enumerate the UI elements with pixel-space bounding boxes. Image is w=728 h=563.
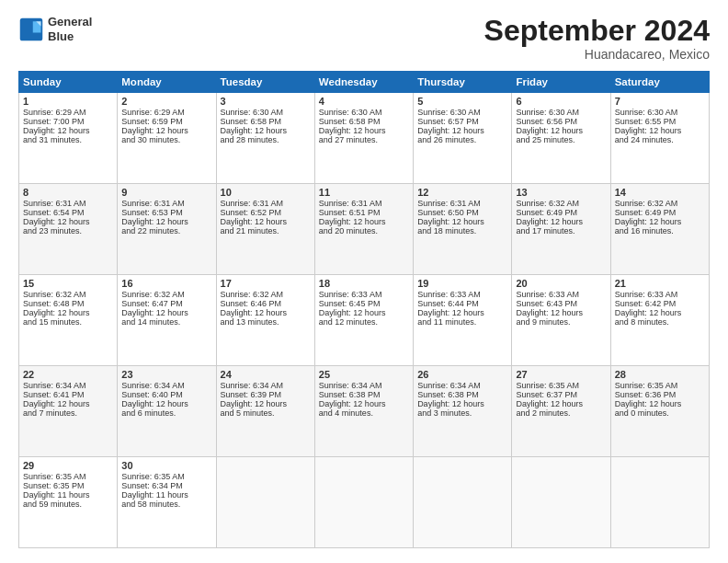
day-info: Sunrise: 6:29 AM bbox=[23, 108, 113, 117]
day-info: and 30 minutes. bbox=[121, 135, 211, 144]
calendar-cell: 18Sunrise: 6:33 AMSunset: 6:45 PMDayligh… bbox=[314, 275, 413, 366]
day-info: and 7 minutes. bbox=[23, 408, 113, 418]
day-info: Sunrise: 6:34 AM bbox=[23, 381, 113, 390]
day-info: Sunset: 6:52 PM bbox=[221, 208, 311, 217]
day-number: 10 bbox=[221, 187, 311, 198]
day-info: Daylight: 12 hours bbox=[417, 308, 507, 317]
day-info: Sunset: 6:49 PM bbox=[516, 208, 606, 217]
day-info: Sunset: 6:38 PM bbox=[319, 390, 409, 399]
day-info: Daylight: 12 hours bbox=[319, 308, 409, 317]
day-info: Daylight: 12 hours bbox=[121, 217, 211, 226]
day-number: 17 bbox=[221, 278, 311, 289]
day-number: 18 bbox=[319, 278, 409, 289]
day-info: Sunset: 6:36 PM bbox=[615, 390, 705, 399]
day-info: Daylight: 12 hours bbox=[615, 399, 705, 408]
calendar-cell bbox=[610, 457, 709, 548]
day-number: 28 bbox=[615, 369, 705, 380]
day-info: and 20 minutes. bbox=[319, 226, 409, 236]
day-info: Sunset: 6:46 PM bbox=[221, 299, 311, 308]
day-info: Sunrise: 6:30 AM bbox=[221, 108, 311, 117]
day-info: Sunrise: 6:35 AM bbox=[23, 472, 113, 481]
calendar-cell bbox=[314, 457, 413, 548]
day-info: and 25 minutes. bbox=[516, 135, 606, 144]
day-info: Sunset: 6:57 PM bbox=[417, 117, 507, 126]
calendar-cell: 20Sunrise: 6:33 AMSunset: 6:43 PMDayligh… bbox=[512, 275, 610, 366]
day-number: 13 bbox=[516, 187, 606, 198]
day-number: 8 bbox=[23, 187, 113, 198]
day-info: Daylight: 12 hours bbox=[516, 308, 606, 317]
day-info: Sunset: 6:47 PM bbox=[121, 299, 211, 308]
col-header-tuesday: Tuesday bbox=[216, 72, 314, 93]
day-info: and 28 minutes. bbox=[221, 135, 311, 144]
day-number: 29 bbox=[23, 460, 113, 471]
day-number: 12 bbox=[417, 187, 507, 198]
day-number: 22 bbox=[23, 369, 113, 380]
day-number: 27 bbox=[516, 369, 606, 380]
day-info: Sunrise: 6:34 AM bbox=[121, 381, 211, 390]
day-info: and 26 minutes. bbox=[417, 135, 507, 144]
day-info: Daylight: 12 hours bbox=[516, 126, 606, 135]
calendar-cell: 28Sunrise: 6:35 AMSunset: 6:36 PMDayligh… bbox=[610, 366, 709, 457]
day-info: Sunrise: 6:31 AM bbox=[221, 199, 311, 208]
col-header-monday: Monday bbox=[118, 72, 216, 93]
day-info: Sunset: 6:49 PM bbox=[615, 208, 705, 217]
col-header-wednesday: Wednesday bbox=[314, 72, 413, 93]
day-info: Sunset: 6:56 PM bbox=[516, 117, 606, 126]
day-info: Daylight: 12 hours bbox=[23, 217, 113, 226]
day-info: Daylight: 12 hours bbox=[221, 399, 311, 408]
day-info: Sunrise: 6:31 AM bbox=[23, 199, 113, 208]
day-info: Sunrise: 6:35 AM bbox=[516, 381, 606, 390]
day-info: and 24 minutes. bbox=[615, 135, 705, 144]
day-info: Daylight: 12 hours bbox=[516, 399, 606, 408]
day-info: Sunset: 6:41 PM bbox=[23, 390, 113, 399]
day-info: Sunrise: 6:31 AM bbox=[417, 199, 507, 208]
day-number: 14 bbox=[615, 187, 705, 198]
calendar-cell: 22Sunrise: 6:34 AMSunset: 6:41 PMDayligh… bbox=[19, 366, 118, 457]
calendar-cell: 26Sunrise: 6:34 AMSunset: 6:38 PMDayligh… bbox=[414, 366, 512, 457]
calendar-cell: 14Sunrise: 6:32 AMSunset: 6:49 PMDayligh… bbox=[610, 184, 709, 275]
calendar-cell: 3Sunrise: 6:30 AMSunset: 6:58 PMDaylight… bbox=[216, 93, 314, 184]
day-info: and 2 minutes. bbox=[516, 408, 606, 418]
col-header-sunday: Sunday bbox=[19, 72, 118, 93]
day-info: Sunrise: 6:30 AM bbox=[615, 108, 705, 117]
day-info: and 3 minutes. bbox=[417, 408, 507, 418]
day-info: Sunset: 6:55 PM bbox=[615, 117, 705, 126]
day-number: 23 bbox=[121, 369, 211, 380]
day-info: and 8 minutes. bbox=[615, 317, 705, 327]
calendar-cell bbox=[512, 457, 610, 548]
day-number: 15 bbox=[23, 278, 113, 289]
day-info: and 18 minutes. bbox=[417, 226, 507, 236]
day-number: 3 bbox=[221, 96, 311, 107]
day-number: 1 bbox=[23, 96, 113, 107]
day-info: Daylight: 12 hours bbox=[121, 308, 211, 317]
col-header-friday: Friday bbox=[512, 72, 610, 93]
day-info: Sunrise: 6:35 AM bbox=[615, 381, 705, 390]
logo-icon bbox=[18, 17, 44, 42]
calendar-cell: 6Sunrise: 6:30 AMSunset: 6:56 PMDaylight… bbox=[512, 93, 610, 184]
day-number: 5 bbox=[417, 96, 507, 107]
logo-text: General Blue bbox=[48, 15, 92, 43]
day-number: 24 bbox=[221, 369, 311, 380]
day-info: and 9 minutes. bbox=[516, 317, 606, 327]
day-info: Sunrise: 6:31 AM bbox=[121, 199, 211, 208]
day-info: Sunrise: 6:33 AM bbox=[319, 290, 409, 299]
day-info: Sunset: 6:53 PM bbox=[121, 208, 211, 217]
calendar-cell: 5Sunrise: 6:30 AMSunset: 6:57 PMDaylight… bbox=[414, 93, 512, 184]
col-header-thursday: Thursday bbox=[414, 72, 512, 93]
day-info: Sunrise: 6:33 AM bbox=[417, 290, 507, 299]
calendar-cell: 19Sunrise: 6:33 AMSunset: 6:44 PMDayligh… bbox=[414, 275, 512, 366]
day-info: Daylight: 12 hours bbox=[615, 217, 705, 226]
calendar-cell: 7Sunrise: 6:30 AMSunset: 6:55 PMDaylight… bbox=[610, 93, 709, 184]
day-info: Sunset: 6:43 PM bbox=[516, 299, 606, 308]
day-info: Sunrise: 6:33 AM bbox=[516, 290, 606, 299]
day-info: Sunrise: 6:32 AM bbox=[121, 290, 211, 299]
day-info: and 4 minutes. bbox=[319, 408, 409, 418]
calendar-cell: 25Sunrise: 6:34 AMSunset: 6:38 PMDayligh… bbox=[314, 366, 413, 457]
day-info: Sunset: 6:54 PM bbox=[23, 208, 113, 217]
calendar-table: SundayMondayTuesdayWednesdayThursdayFrid… bbox=[18, 71, 710, 548]
calendar-cell: 24Sunrise: 6:34 AMSunset: 6:39 PMDayligh… bbox=[216, 366, 314, 457]
day-info: Sunset: 6:35 PM bbox=[23, 481, 113, 490]
calendar-cell: 29Sunrise: 6:35 AMSunset: 6:35 PMDayligh… bbox=[19, 457, 118, 548]
day-info: and 16 minutes. bbox=[615, 226, 705, 236]
calendar-cell: 2Sunrise: 6:29 AMSunset: 6:59 PMDaylight… bbox=[118, 93, 216, 184]
